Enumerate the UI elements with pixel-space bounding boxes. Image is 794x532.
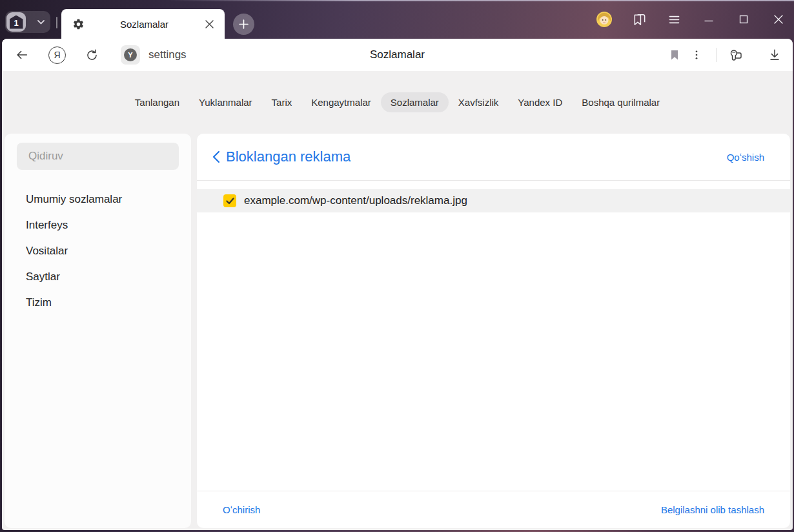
sidebar-item-saytlar[interactable]: Saytlar [17,264,179,290]
avatar[interactable] [596,12,612,27]
tab-boshqa-qurilmalar[interactable]: Boshqa qurilmalar [572,92,669,112]
tab-tanlangan[interactable]: Tanlangan [125,92,189,112]
tab-yandex-id[interactable]: Yandex ID [508,92,572,112]
toolbar-left: Я Y settings [15,45,187,65]
favicon-letter: Y [124,48,137,61]
tab-yuklanmalar[interactable]: Yuklanmalar [189,92,262,112]
toolbar-right [667,47,782,63]
toolbar: Я Y settings Sozlamalar [2,39,793,71]
sidebar-item-interfeys[interactable]: Interfeys [17,212,179,238]
panel-header: Bloklangan reklama Qoʻshish [197,134,790,180]
unselect-button[interactable]: Belgilashni olib tashlash [661,504,764,515]
chrome-right-controls [596,0,786,39]
maximize-button[interactable] [736,12,751,27]
blocked-ads-panel: Bloklangan reklama Qoʻshish example.com/… [197,134,790,528]
tab-count-value: 1 [10,15,23,29]
back-button[interactable] [15,48,29,62]
new-tab-button[interactable] [233,14,254,35]
sidebar-item-tizim[interactable]: Tizim [17,290,179,316]
tab-kengaytmalar[interactable]: Kengaytmalar [301,92,381,112]
more-options-icon[interactable] [689,47,704,63]
add-button[interactable]: Qoʻshish [727,152,764,163]
blocked-ad-row[interactable]: example.com/wp-content/uploads/reklama.j… [197,189,790,212]
extensions-icon[interactable] [728,47,744,63]
window-chrome: 1 Sozlamalar [0,0,794,39]
menu-icon[interactable] [666,12,682,27]
settings-content: Umumiy sozlamalar Interfeys Vositalar Sa… [2,134,793,530]
sidebar-menu: Umumiy sozlamalar Interfeys Vositalar Sa… [17,187,179,316]
settings-nav-tabs: Tanlangan Yuklanmalar Tarix Kengaytmalar… [2,71,793,134]
sidebar-item-umumiy-sozlamalar[interactable]: Umumiy sozlamalar [17,187,179,212]
sidebar-item-vositalar[interactable]: Vositalar [17,238,179,264]
tab-count-badge: 1 [6,12,26,32]
tab-xavfsizlik[interactable]: Xavfsizlik [449,92,509,112]
empty-space [197,212,790,491]
settings-sidebar: Umumiy sozlamalar Interfeys Vositalar Sa… [5,134,191,528]
tab-tarix[interactable]: Tarix [262,92,302,112]
minimize-button[interactable] [701,12,717,27]
downloads-icon[interactable] [767,47,782,63]
refresh-button[interactable] [85,48,99,62]
browser-tab-sozlamalar[interactable]: Sozlamalar [61,9,225,39]
tab-close-icon[interactable] [204,19,215,30]
panel-title: Bloklangan reklama [226,148,351,165]
bookmark-icon[interactable] [667,47,682,63]
row-gap [197,181,790,189]
toolbar-divider [716,48,717,62]
chevron-down-icon [37,20,45,25]
panel-footer: Oʻchirish Belgilashni olib tashlash [197,491,790,528]
tab-counter[interactable]: 1 [5,11,50,33]
site-favicon: Y [121,45,140,65]
blocked-url: example.com/wp-content/uploads/reklama.j… [244,194,467,207]
url-text: settings [148,48,187,61]
gear-icon [72,18,85,30]
browser-window: 1 Sozlamalar [0,0,794,532]
row-checkbox-checked[interactable] [223,194,236,207]
back-chevron-icon[interactable] [212,150,220,163]
yandex-logo-icon[interactable]: Я [48,46,66,64]
search-input[interactable] [17,143,179,170]
delete-button[interactable]: Oʻchirish [223,504,260,515]
page-title: Sozlamalar [370,48,425,61]
bookmarks-panel-icon[interactable] [631,12,647,27]
tab-sozlamalar[interactable]: Sozlamalar [381,92,449,112]
address-bar[interactable]: Y settings [121,45,187,65]
browser-body: Я Y settings Sozlamalar [2,39,793,530]
tab-title: Sozlamalar [85,19,204,30]
chrome-divider [56,17,57,28]
close-window-button[interactable] [771,12,786,27]
